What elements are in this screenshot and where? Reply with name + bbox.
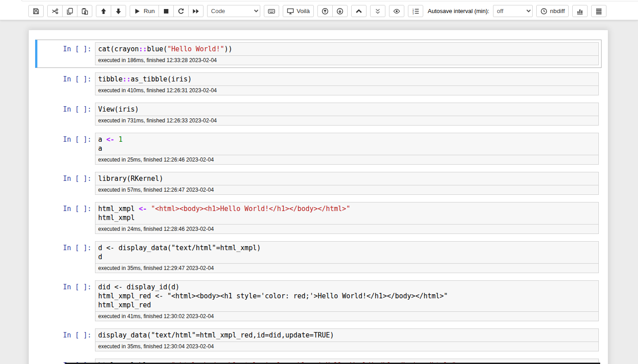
code-cell[interactable]: In [ ]:d <- display_data("text/html"=htm…: [35, 238, 602, 276]
toolbar-button-group: [47, 5, 92, 17]
execute-time: executed in 24ms, finished 12:28:46 2023…: [95, 225, 599, 234]
input-prompt: In [ ]:: [40, 72, 95, 95]
code-token: library(RKernel): [98, 175, 163, 183]
move-cell-down-button[interactable]: [111, 5, 126, 17]
code-token: did <- display_id(d): [98, 283, 180, 291]
chevron-up-icon: [355, 8, 362, 15]
code-line: display_data("text/html"=html_xmpl_red,i…: [98, 331, 596, 340]
save-button[interactable]: [28, 5, 44, 17]
cell-input-wrapper: display_data("text/html"=html_xmpl_red,i…: [95, 328, 599, 351]
input-prompt: In [ ]:: [40, 328, 95, 351]
line-numbers-button[interactable]: 123: [408, 5, 423, 17]
cell-input-wrapper: View(iris)executed in 731ms, finished 12…: [95, 103, 599, 126]
copy-cells-button[interactable]: [62, 5, 77, 17]
toolbar-button-group: [264, 5, 279, 17]
voila-button-label: Voilà: [297, 8, 310, 14]
code-editor[interactable]: did <- display_id(d)html_xmpl_red <- "<h…: [95, 280, 599, 312]
code-cell[interactable]: In [ ]:a <- 1aexecuted in 25ms, finished…: [35, 130, 602, 167]
paste-cells-button[interactable]: [77, 5, 92, 17]
code-line: html_xmpl: [98, 213, 596, 222]
restart-run-all-button[interactable]: [188, 5, 204, 17]
nbdiff-button[interactable]: nbdiff: [536, 5, 569, 17]
code-token: html_xmpl_red <- "<html><body><h1 style=…: [98, 292, 448, 300]
code-cell[interactable]: In [ ]:library(RKernel)executed in 57ms,…: [35, 169, 602, 198]
code-cell[interactable]: In [ ]:display_data("text/html"=html_xmp…: [35, 326, 602, 354]
cell-input-wrapper: d <- display_data("text/html"=html_xmpl)…: [95, 241, 599, 273]
cut-cells-button[interactable]: [47, 5, 63, 17]
cut-icon: [51, 8, 59, 15]
toolbar-button-group: [351, 5, 367, 17]
arrow-up-icon: [100, 8, 107, 15]
code-line: cat(crayon::blue("Hello World!")): [98, 45, 596, 54]
expand-heading-button[interactable]: [370, 5, 385, 17]
eye-icon: [393, 8, 400, 15]
cell-input-wrapper: library(RKernel)executed in 57ms, finish…: [95, 172, 599, 195]
code-token: tibble: [98, 75, 122, 83]
execute-time: executed in 410ms, finished 12:26:31 202…: [95, 86, 599, 95]
code-token: d <- display_data("text/html"=html_xmpl): [98, 244, 261, 252]
execute-time: executed in 57ms, finished 12:26:47 2023…: [95, 185, 599, 195]
numbered-list-icon: 123: [412, 8, 419, 15]
run-button[interactable]: Run: [130, 5, 159, 17]
code-editor[interactable]: display_data("text/html"=html_xmpl_red,i…: [95, 328, 599, 342]
input-prompt: In [ ]:: [40, 202, 95, 234]
execute-time: executed in 731ms, finished 12:26:33 202…: [95, 116, 599, 126]
cell-input-wrapper: did <- display_id(d)html_xmpl_red <- "<h…: [95, 280, 599, 321]
code-editor[interactable]: tibble::as_tibble(iris): [95, 72, 599, 86]
code-token: "Hello World!": [167, 45, 224, 53]
execute-time: executed in 35ms, finished 12:29:47 2023…: [95, 264, 599, 273]
execute-time: executed in 25ms, finished 12:26:46 2023…: [95, 155, 599, 165]
toolbar-button-group: [389, 5, 404, 17]
code-editor[interactable]: View(iris): [95, 103, 599, 116]
toolbar-button-group: [28, 5, 44, 17]
restart-kernel-button[interactable]: [173, 5, 189, 17]
autosave-interval-select[interactable]: off: [493, 5, 533, 17]
move-cell-up-button[interactable]: [96, 5, 111, 17]
input-prompt: In [ ]:: [40, 280, 95, 321]
execute-time: executed in 35ms, finished 12:30:04 2023…: [95, 342, 599, 351]
code-line: d: [98, 252, 596, 261]
cell-input-wrapper: html_xmpl <- "<html><body><h1>Hello Worl…: [95, 202, 599, 234]
cell-type-select[interactable]: Code: [207, 5, 260, 17]
stop-icon: [163, 8, 170, 15]
toolbar-button-group: [572, 5, 588, 17]
input-prompt: In [ ]:: [40, 172, 95, 195]
code-token: a: [98, 144, 102, 153]
code-cell[interactable]: In [ ]:did <- display_id(d)html_xmpl_red…: [35, 278, 602, 324]
table-of-contents-button[interactable]: [591, 5, 606, 17]
toolbar-button-group: Voilà: [283, 5, 314, 17]
code-line: html_xmpl_red <- "<html><body><h1 style=…: [98, 292, 596, 301]
input-prompt: In [ ]:: [40, 133, 95, 165]
toolbar-button-group: [96, 5, 126, 17]
code-editor[interactable]: a <- 1a: [95, 133, 599, 155]
code-token: )): [224, 45, 232, 53]
toggle-hidden-button[interactable]: [389, 5, 404, 17]
input-prompt: In [ ]:: [40, 42, 95, 65]
scroll-to-top-button[interactable]: [317, 5, 333, 17]
code-line: html_xmpl <- "<html><body><h1>Hello Worl…: [98, 204, 596, 213]
toolbar-button-group: [370, 5, 385, 17]
execute-time-plot-button[interactable]: [572, 5, 588, 17]
double-chevron-down-icon: [374, 8, 381, 15]
code-cell[interactable]: In [ ]:html_xmpl <- "<html><body><h1>Hel…: [35, 199, 602, 237]
code-editor[interactable]: html_xmpl <- "<html><body><h1>Hello Worl…: [95, 202, 599, 225]
code-editor[interactable]: library(RKernel): [95, 172, 599, 185]
voila-button[interactable]: Voilà: [283, 5, 314, 17]
code-editor[interactable]: d <- display_data("text/html"=html_xmpl)…: [95, 241, 599, 264]
code-cell[interactable]: In [ ]:cat(crayon::blue("Hello World!"))…: [35, 40, 602, 68]
play-icon: [134, 8, 141, 15]
command-palette-button[interactable]: [264, 5, 279, 17]
code-line: a: [98, 144, 596, 153]
save-icon: [32, 8, 40, 15]
code-editor[interactable]: cat(crayon::blue("Hello World!")): [95, 42, 599, 56]
interrupt-kernel-button[interactable]: [158, 5, 174, 17]
autosave-label: Autosave interval (min):: [428, 8, 489, 14]
code-cell[interactable]: In [ ]:View(iris)executed in 731ms, fini…: [35, 100, 602, 128]
scroll-to-bottom-button[interactable]: [332, 5, 348, 17]
code-line: did <- display_id(d): [98, 283, 596, 292]
collapse-heading-button[interactable]: [351, 5, 367, 17]
toolbar-button-group: [591, 5, 606, 17]
list-icon: [595, 8, 602, 15]
code-cell[interactable]: In [ ]:tibble::as_tibble(iris)executed i…: [35, 70, 602, 98]
notebook-page: In [ ]:cat(crayon::blue("Hello World!"))…: [0, 20, 638, 364]
